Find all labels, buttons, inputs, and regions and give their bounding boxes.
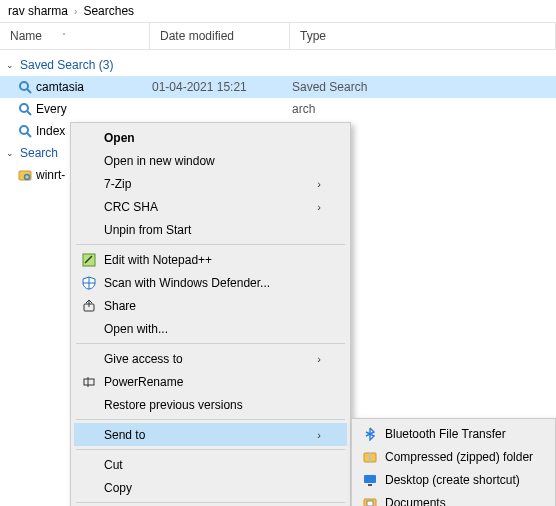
- menu-share[interactable]: Share: [74, 294, 347, 317]
- column-headers: Name ˄ Date modified Type: [0, 22, 556, 50]
- search-file-icon: [16, 124, 34, 138]
- column-name[interactable]: Name ˄: [0, 23, 150, 49]
- sendto-zip[interactable]: Compressed (zipped) folder: [355, 445, 552, 468]
- menu-7zip[interactable]: 7-Zip›: [74, 172, 347, 195]
- group-title: Search: [20, 146, 58, 160]
- column-type[interactable]: Type: [290, 23, 556, 49]
- menu-crc-sha[interactable]: CRC SHA›: [74, 195, 347, 218]
- chevron-right-icon: ›: [317, 353, 321, 365]
- svg-line-5: [27, 133, 31, 137]
- svg-rect-10: [84, 379, 94, 385]
- separator: [76, 419, 345, 420]
- sort-caret-icon: ˄: [62, 32, 66, 41]
- column-type-label: Type: [300, 29, 326, 43]
- chevron-right-icon: ›: [317, 429, 321, 441]
- sendto-desktop[interactable]: Desktop (create shortcut): [355, 468, 552, 491]
- separator: [76, 343, 345, 344]
- chevron-right-icon: ›: [317, 201, 321, 213]
- breadcrumb[interactable]: rav sharma › Searches: [0, 0, 556, 22]
- documents-folder-icon: [361, 494, 379, 507]
- search-folder-icon: [16, 168, 34, 182]
- zip-folder-icon: [361, 448, 379, 466]
- item-date: 01-04-2021 15:21: [152, 80, 292, 94]
- submenu-label: Desktop (create shortcut): [385, 473, 520, 487]
- menu-unpin[interactable]: Unpin from Start: [74, 218, 347, 241]
- svg-rect-17: [367, 501, 373, 506]
- breadcrumb-parent[interactable]: rav sharma: [8, 4, 68, 18]
- svg-point-0: [20, 82, 28, 90]
- svg-line-1: [27, 89, 31, 93]
- search-file-icon: [16, 102, 34, 116]
- submenu-label: Documents: [385, 496, 446, 507]
- notepad-icon: [80, 251, 98, 269]
- svg-rect-15: [368, 484, 372, 486]
- separator: [76, 244, 345, 245]
- menu-powerrename[interactable]: PowerRename: [74, 370, 347, 393]
- list-item[interactable]: Every arch: [0, 98, 556, 120]
- share-icon: [80, 297, 98, 315]
- submenu-label: Bluetooth File Transfer: [385, 427, 506, 441]
- menu-open-with[interactable]: Open with...: [74, 317, 347, 340]
- group-saved-search[interactable]: ⌄ Saved Search (3): [0, 54, 556, 76]
- svg-point-4: [20, 126, 28, 134]
- separator: [76, 502, 345, 503]
- chevron-right-icon: ›: [74, 6, 77, 17]
- submenu-label: Compressed (zipped) folder: [385, 450, 533, 464]
- item-name: camtasia: [34, 80, 152, 94]
- send-to-submenu: Bluetooth File Transfer Compressed (zipp…: [351, 418, 556, 506]
- svg-rect-14: [364, 475, 376, 483]
- column-name-label: Name: [10, 29, 42, 43]
- sendto-bluetooth[interactable]: Bluetooth File Transfer: [355, 422, 552, 445]
- chevron-right-icon: ›: [317, 178, 321, 190]
- item-type: Saved Search: [292, 80, 367, 94]
- rename-icon: [80, 373, 98, 391]
- menu-defender[interactable]: Scan with Windows Defender...: [74, 271, 347, 294]
- column-date-label: Date modified: [160, 29, 234, 43]
- chevron-down-icon: ⌄: [4, 60, 16, 70]
- desktop-icon: [361, 471, 379, 489]
- menu-copy[interactable]: Copy: [74, 476, 347, 499]
- column-date[interactable]: Date modified: [150, 23, 290, 49]
- item-name: Every: [34, 102, 152, 116]
- menu-notepad[interactable]: Edit with Notepad++: [74, 248, 347, 271]
- menu-open-new-window[interactable]: Open in new window: [74, 149, 347, 172]
- svg-point-2: [20, 104, 28, 112]
- bluetooth-icon: [361, 425, 379, 443]
- shield-icon: [80, 274, 98, 292]
- context-menu: Open Open in new window 7-Zip› CRC SHA› …: [70, 122, 351, 506]
- chevron-down-icon: ⌄: [4, 148, 16, 158]
- item-type: arch: [292, 102, 315, 116]
- separator: [76, 449, 345, 450]
- menu-give-access[interactable]: Give access to›: [74, 347, 347, 370]
- group-title: Saved Search (3): [20, 58, 113, 72]
- menu-send-to[interactable]: Send to›: [74, 423, 347, 446]
- list-item[interactable]: camtasia 01-04-2021 15:21 Saved Search: [0, 76, 556, 98]
- svg-line-3: [27, 111, 31, 115]
- sendto-documents[interactable]: Documents: [355, 491, 552, 506]
- search-file-icon: [16, 80, 34, 94]
- breadcrumb-current[interactable]: Searches: [83, 4, 134, 18]
- menu-open[interactable]: Open: [74, 126, 347, 149]
- menu-restore[interactable]: Restore previous versions: [74, 393, 347, 416]
- menu-cut[interactable]: Cut: [74, 453, 347, 476]
